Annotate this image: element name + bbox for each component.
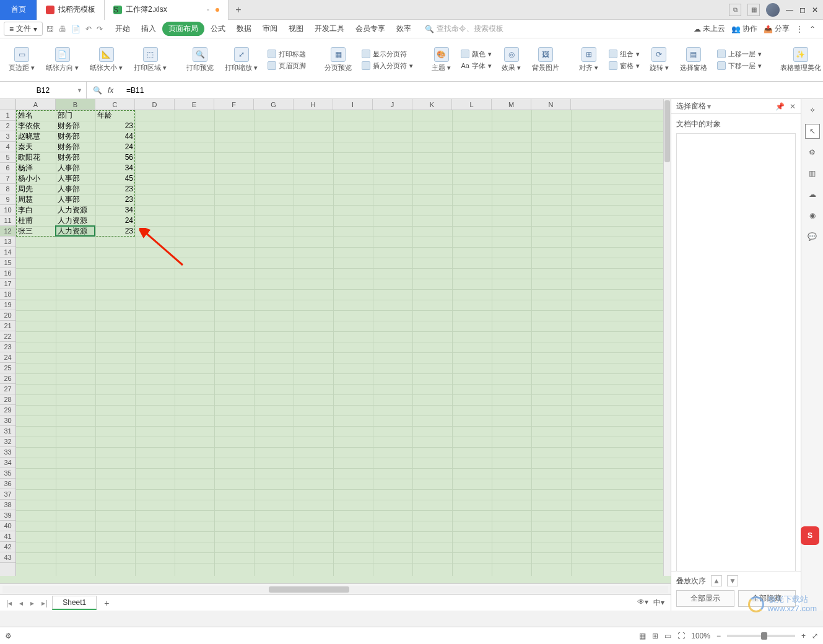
redo-icon[interactable]: ↷ <box>97 25 103 33</box>
cell[interactable]: 周慧 <box>16 194 56 205</box>
column-header[interactable]: N <box>531 99 571 110</box>
row-header[interactable]: 27 <box>0 384 15 394</box>
menu-tab-5[interactable]: 审阅 <box>258 22 282 36</box>
cell[interactable]: 人事部 <box>56 173 95 184</box>
formula-input[interactable] <box>123 86 823 95</box>
window-close-button[interactable]: ✕ <box>812 6 818 14</box>
sheet-add-button[interactable]: + <box>99 598 114 608</box>
cell[interactable]: 人事部 <box>56 194 95 205</box>
more-icon[interactable]: ⋮ <box>796 25 803 33</box>
row-header[interactable]: 43 <box>0 552 15 563</box>
cell[interactable]: 秦天 <box>16 142 56 152</box>
cell[interactable]: 44 <box>95 131 135 142</box>
ribbon-group[interactable]: 组合 ▾ <box>609 50 640 59</box>
column-header[interactable]: B <box>56 99 95 110</box>
row-header[interactable]: 35 <box>0 468 15 479</box>
row-header[interactable]: 9 <box>0 194 15 205</box>
zoom-fit-icon[interactable]: ⤢ <box>812 632 818 640</box>
cell[interactable]: 财务部 <box>56 131 95 142</box>
name-box[interactable]: ▼ <box>0 82 87 98</box>
view-reading-icon[interactable]: ▭ <box>664 632 671 640</box>
cell[interactable]: 张三 <box>16 226 56 237</box>
select-all-corner[interactable] <box>0 99 16 110</box>
row-header[interactable]: 34 <box>0 458 15 468</box>
ribbon-pagebreak-preview[interactable]: ▦分页预览 <box>321 47 355 72</box>
cell[interactable]: 人力资源部 <box>56 215 95 226</box>
row-header[interactable]: 19 <box>0 300 15 310</box>
strip-sparkle-icon[interactable]: ✧ <box>805 103 820 118</box>
panel-pin-icon[interactable]: 📌 <box>775 102 785 111</box>
cell[interactable]: 杨小小 <box>16 173 56 184</box>
move-down-button[interactable]: ▼ <box>727 575 738 586</box>
window-minimize-button[interactable]: — <box>786 6 793 14</box>
column-header[interactable]: D <box>135 99 175 110</box>
status-settings-icon[interactable]: ⚙ <box>5 632 12 640</box>
chevron-down-icon[interactable]: ▼ <box>77 87 82 94</box>
view-normal-icon[interactable]: ▦ <box>639 632 646 640</box>
cell[interactable]: 部门 <box>56 110 95 121</box>
ribbon-send-backward[interactable]: 下移一层 ▾ <box>717 61 762 71</box>
fx-icon[interactable]: fx <box>108 86 123 95</box>
save-icon[interactable]: 🖫 <box>46 25 54 33</box>
sheet-nav-last[interactable]: ▸| <box>39 599 50 607</box>
row-header[interactable]: 18 <box>0 289 15 300</box>
row-header[interactable]: 30 <box>0 416 15 426</box>
cell[interactable]: 欧阳花 <box>16 152 56 163</box>
ribbon-theme-fonts[interactable]: Aa 字体 ▾ <box>461 61 492 71</box>
strip-chat-icon[interactable]: 💬 <box>805 229 820 244</box>
cell[interactable]: 财务部 <box>56 152 95 163</box>
ribbon-orientation[interactable]: 📄纸张方向 ▾ <box>42 47 82 72</box>
menu-tab-2[interactable]: 页面布局 <box>162 22 204 36</box>
menu-tab-1[interactable]: 插入 <box>136 22 161 36</box>
row-header[interactable]: 37 <box>0 489 15 500</box>
cell[interactable]: 赵晓慧 <box>16 131 56 142</box>
row-header[interactable]: 26 <box>0 373 15 384</box>
row-header[interactable]: 25 <box>0 363 15 373</box>
column-header[interactable]: G <box>254 99 294 110</box>
vertical-scrollbar[interactable] <box>663 99 671 576</box>
horizontal-scrollbar[interactable] <box>2 586 668 593</box>
menu-file[interactable]: ≡ 文件 ▾ <box>4 22 43 36</box>
scrollbar-thumb[interactable] <box>269 586 349 593</box>
zoom-value[interactable]: 100% <box>691 632 710 640</box>
grid-area[interactable]: ABCDEFGHIJKLMN 1234567891011121314151617… <box>0 99 671 583</box>
share-button[interactable]: 📤 分享 <box>764 24 790 34</box>
cell[interactable]: 人事部 <box>56 163 95 173</box>
tab-file[interactable]: S 工作簿2.xlsx ▫ <box>105 0 229 20</box>
show-all-button[interactable]: 全部显示 <box>676 590 734 607</box>
sheet-nav-prev[interactable]: ◂ <box>17 599 25 607</box>
column-header[interactable]: L <box>452 99 492 110</box>
row-header[interactable]: 31 <box>0 426 15 437</box>
row-header[interactable]: 24 <box>0 352 15 363</box>
tab-menu-icon[interactable]: ▫ <box>207 6 209 14</box>
column-header[interactable]: C <box>95 99 135 110</box>
column-header[interactable]: K <box>412 99 452 110</box>
panel-object-list[interactable] <box>676 133 796 571</box>
tab-home[interactable]: 首页 <box>0 0 37 20</box>
column-header[interactable]: F <box>214 99 254 110</box>
undo-icon[interactable]: ↶ <box>85 25 92 33</box>
row-header[interactable]: 12 <box>0 226 15 237</box>
ribbon-effects[interactable]: ◎效果 ▾ <box>498 47 525 72</box>
ribbon-margins[interactable]: ▭页边距 ▾ <box>5 47 38 72</box>
goto-icon[interactable]: 🔍 <box>87 86 108 95</box>
menu-tab-7[interactable]: 开发工具 <box>310 22 349 36</box>
menu-tab-6[interactable]: 视图 <box>284 22 308 36</box>
row-header[interactable]: 38 <box>0 500 15 510</box>
column-header[interactable]: I <box>333 99 373 110</box>
view-fullscreen-icon[interactable]: ⛶ <box>677 632 685 640</box>
cloud-status[interactable]: ☁ 未上云 <box>694 24 725 34</box>
row-header[interactable]: 16 <box>0 268 15 279</box>
cell[interactable]: 杜甫 <box>16 215 56 226</box>
row-header[interactable]: 14 <box>0 247 15 258</box>
row-header[interactable]: 23 <box>0 342 15 352</box>
row-header[interactable]: 28 <box>0 394 15 405</box>
cell[interactable]: 45 <box>95 173 135 184</box>
cell[interactable]: 23 <box>95 226 135 237</box>
ribbon-align[interactable]: ⊞对齐 ▾ <box>575 47 602 72</box>
row-header[interactable]: 29 <box>0 405 15 416</box>
strip-settings-icon[interactable]: ⚙ <box>805 145 820 160</box>
menu-tab-0[interactable]: 开始 <box>110 22 135 36</box>
view-cn-icon[interactable]: 中▾ <box>653 598 664 608</box>
column-header[interactable]: H <box>294 99 333 110</box>
